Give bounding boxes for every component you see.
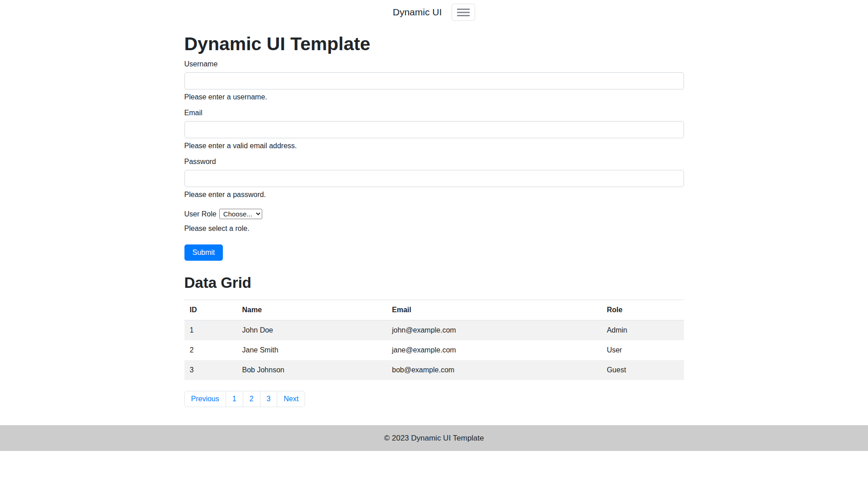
cell-email: jane@example.com bbox=[387, 340, 601, 360]
username-help-text: Please enter a username. bbox=[184, 93, 684, 101]
cell-id: 3 bbox=[184, 360, 237, 380]
email-field-group: Email Please enter a valid email address… bbox=[184, 109, 684, 150]
submit-button[interactable]: Submit bbox=[184, 244, 223, 261]
table-row: 3 Bob Johnson bob@example.com Guest bbox=[184, 360, 684, 380]
navbar-toggler-button[interactable] bbox=[452, 4, 475, 21]
password-field-group: Password Please enter a password. bbox=[184, 158, 684, 199]
cell-id: 1 bbox=[184, 320, 237, 341]
column-header-role: Role bbox=[601, 300, 684, 320]
pagination-page-3-link[interactable]: 3 bbox=[260, 391, 278, 407]
data-grid-title: Data Grid bbox=[184, 274, 684, 291]
page-title: Dynamic UI Template bbox=[184, 33, 684, 55]
footer-text: © 2023 Dynamic UI Template bbox=[384, 434, 484, 443]
navbar: Dynamic UI bbox=[0, 0, 868, 24]
column-header-email: Email bbox=[387, 300, 601, 320]
pagination-page-2-link[interactable]: 2 bbox=[243, 391, 260, 407]
cell-role: User bbox=[601, 340, 684, 360]
password-label: Password bbox=[184, 158, 684, 166]
username-field-group: Username Please enter a username. bbox=[184, 60, 684, 101]
password-input[interactable] bbox=[184, 170, 684, 187]
page-footer: © 2023 Dynamic UI Template bbox=[0, 425, 868, 451]
pagination-previous-link[interactable]: Previous bbox=[184, 391, 226, 407]
signup-form: Username Please enter a username. Email … bbox=[184, 60, 684, 261]
pagination: Previous 1 2 3 Next bbox=[184, 391, 306, 407]
role-select[interactable]: Choose... bbox=[219, 209, 262, 219]
cell-id: 2 bbox=[184, 340, 237, 360]
column-header-id: ID bbox=[184, 300, 237, 320]
column-header-name: Name bbox=[237, 300, 387, 320]
username-label: Username bbox=[184, 60, 684, 68]
table-row: 2 Jane Smith jane@example.com User bbox=[184, 340, 684, 360]
pagination-previous: Previous bbox=[184, 391, 226, 407]
cell-name: Bob Johnson bbox=[237, 360, 387, 380]
role-label: User Role bbox=[184, 210, 217, 218]
role-field-group: User Role Choose... bbox=[184, 209, 684, 219]
pagination-next: Next bbox=[277, 391, 305, 407]
email-help-text: Please enter a valid email address. bbox=[184, 142, 684, 150]
pagination-page-2: 2 bbox=[243, 391, 260, 407]
cell-name: John Doe bbox=[237, 320, 387, 341]
main-container: Dynamic UI Template Username Please ente… bbox=[184, 33, 684, 414]
password-help-text: Please enter a password. bbox=[184, 191, 684, 199]
cell-role: Guest bbox=[601, 360, 684, 380]
data-grid-table: ID Name Email Role 1 John Doe john@examp… bbox=[184, 300, 684, 380]
table-row: 1 John Doe john@example.com Admin bbox=[184, 320, 684, 341]
email-input[interactable] bbox=[184, 121, 684, 138]
role-help-text: Please select a role. bbox=[184, 225, 684, 233]
cell-email: john@example.com bbox=[387, 320, 601, 341]
cell-email: bob@example.com bbox=[387, 360, 601, 380]
navbar-brand[interactable]: Dynamic UI bbox=[393, 7, 442, 18]
table-header-row: ID Name Email Role bbox=[184, 300, 684, 320]
cell-role: Admin bbox=[601, 320, 684, 341]
pagination-page-1: 1 bbox=[226, 391, 243, 407]
email-label: Email bbox=[184, 109, 684, 117]
pagination-page-3: 3 bbox=[260, 391, 278, 407]
pagination-next-link[interactable]: Next bbox=[277, 391, 305, 407]
cell-name: Jane Smith bbox=[237, 340, 387, 360]
hamburger-icon bbox=[457, 7, 470, 17]
pagination-page-1-link[interactable]: 1 bbox=[226, 391, 243, 407]
username-input[interactable] bbox=[184, 72, 684, 89]
